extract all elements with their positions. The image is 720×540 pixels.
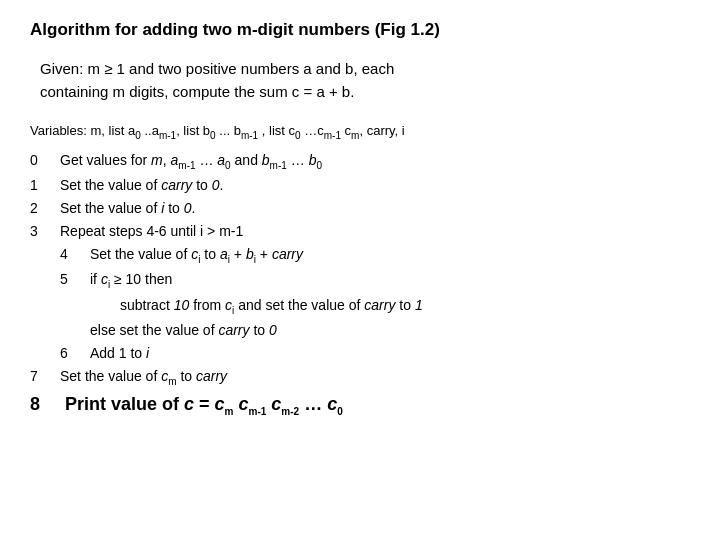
step-7-num: 7 xyxy=(30,365,60,388)
step-5: 5 if ci ≥ 10 then xyxy=(60,268,690,293)
given-line2: containing m digits, compute the sum c =… xyxy=(40,81,690,104)
step-2-num: 2 xyxy=(30,197,60,220)
step-2-text: Set the value of i to 0. xyxy=(60,197,195,220)
step-5-num: 5 xyxy=(60,268,90,291)
step-5-text: if ci ≥ 10 then xyxy=(90,268,172,293)
step-7-text: Set the value of cm to carry xyxy=(60,365,227,390)
page-title: Algorithm for adding two m-digit numbers… xyxy=(30,20,690,40)
step-8: 8 Print value of c = cm cm-1 cm-2 … c0 xyxy=(30,391,690,419)
step-1-num: 1 xyxy=(30,174,60,197)
given-block: Given: m ≥ 1 and two positive numbers a … xyxy=(40,58,690,103)
step-6: 6 Add 1 to i xyxy=(60,342,690,365)
step-7: 7 Set the value of cm to carry xyxy=(30,365,690,390)
step-5b-text: else set the value of carry to 0 xyxy=(90,319,277,342)
step-5a: subtract 10 from ci and set the value of… xyxy=(120,294,690,319)
step-3: 3 Repeat steps 4-6 until i > m-1 xyxy=(30,220,690,243)
step-3-text: Repeat steps 4-6 until i > m-1 xyxy=(60,220,243,243)
step-6-text: Add 1 to i xyxy=(90,342,149,365)
step-0-text: Get values for m, am-1 … a0 and bm-1 … b… xyxy=(60,149,322,174)
step-4-num: 4 xyxy=(60,243,90,266)
step-0-num: 0 xyxy=(30,149,60,172)
step-1-text: Set the value of carry to 0. xyxy=(60,174,223,197)
step-4: 4 Set the value of ci to ai + bi + carry xyxy=(60,243,690,268)
step-2: 2 Set the value of i to 0. xyxy=(30,197,690,220)
variables-line: Variables: m, list a0 ..am-1, list b0 ..… xyxy=(30,123,690,141)
algorithm-steps: 0 Get values for m, am-1 … a0 and bm-1 …… xyxy=(30,149,690,419)
step-5a-text: subtract 10 from ci and set the value of… xyxy=(120,294,423,319)
page: Algorithm for adding two m-digit numbers… xyxy=(0,0,720,540)
step-5b: else set the value of carry to 0 xyxy=(90,319,690,342)
step-8-num: 8 xyxy=(30,391,60,418)
step-8-text: Print value of c = cm cm-1 cm-2 … c0 xyxy=(60,391,343,419)
step-6-num: 6 xyxy=(60,342,90,365)
given-line1: Given: m ≥ 1 and two positive numbers a … xyxy=(40,58,690,81)
step-1: 1 Set the value of carry to 0. xyxy=(30,174,690,197)
step-0: 0 Get values for m, am-1 … a0 and bm-1 …… xyxy=(30,149,690,174)
step-4-text: Set the value of ci to ai + bi + carry xyxy=(90,243,303,268)
step-3-num: 3 xyxy=(30,220,60,243)
